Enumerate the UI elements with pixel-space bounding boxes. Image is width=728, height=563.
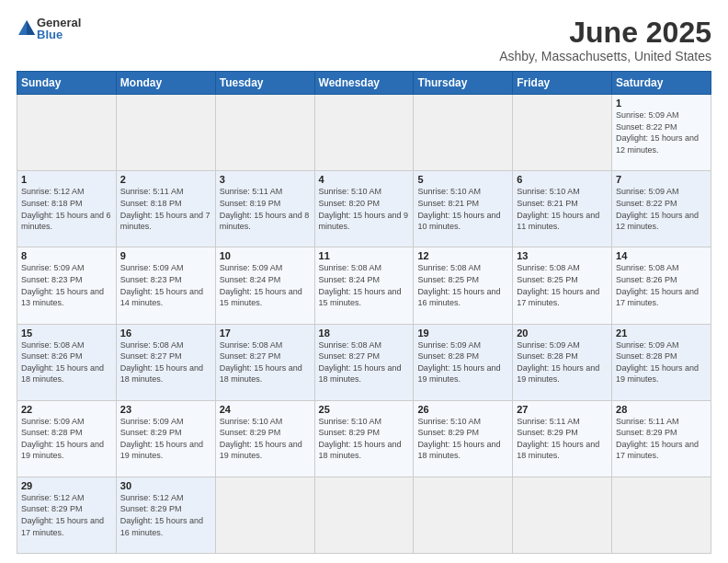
svg-marker-1	[27, 20, 35, 35]
table-row	[215, 477, 314, 553]
day-number: 4	[319, 174, 410, 185]
table-row	[116, 95, 215, 171]
logo: General Blue	[17, 17, 81, 40]
calendar-week-row: 1Sunrise: 5:12 AMSunset: 8:18 PMDaylight…	[17, 171, 711, 247]
table-row: 2Sunrise: 5:11 AMSunset: 8:18 PMDaylight…	[116, 171, 215, 247]
day-number: 30	[120, 480, 211, 491]
table-row: 28Sunrise: 5:11 AMSunset: 8:29 PMDayligh…	[612, 400, 711, 477]
day-number: 16	[120, 327, 211, 339]
calendar-week-row: 29Sunrise: 5:12 AMSunset: 8:29 PMDayligh…	[17, 477, 711, 553]
col-tuesday: Tuesday	[215, 72, 314, 95]
table-row: 12Sunrise: 5:08 AMSunset: 8:25 PMDayligh…	[414, 247, 513, 324]
day-info: Sunrise: 5:11 AMSunset: 8:19 PMDaylight:…	[220, 187, 310, 231]
day-number: 17	[220, 327, 311, 339]
calendar-week-row: 8Sunrise: 5:09 AMSunset: 8:23 PMDaylight…	[17, 247, 711, 324]
header: General Blue June 2025 Ashby, Massachuse…	[17, 17, 711, 63]
day-info: Sunrise: 5:09 AMSunset: 8:28 PMDaylight:…	[21, 417, 104, 461]
day-info: Sunrise: 5:08 AMSunset: 8:27 PMDaylight:…	[220, 340, 302, 385]
day-number: 12	[417, 250, 508, 261]
table-row: 15Sunrise: 5:08 AMSunset: 8:26 PMDayligh…	[17, 324, 117, 400]
table-row: 16Sunrise: 5:08 AMSunset: 8:27 PMDayligh…	[116, 324, 215, 400]
logo-icon	[17, 18, 37, 39]
day-info: Sunrise: 5:09 AMSunset: 8:28 PMDaylight:…	[417, 340, 500, 385]
day-number: 3	[220, 174, 311, 185]
table-row: 18Sunrise: 5:08 AMSunset: 8:27 PMDayligh…	[314, 324, 414, 400]
table-row: 1Sunrise: 5:09 AMSunset: 8:22 PMDaylight…	[612, 95, 711, 171]
day-info: Sunrise: 5:08 AMSunset: 8:26 PMDaylight:…	[616, 263, 699, 307]
month-title: June 2025	[499, 17, 711, 49]
calendar-week-row: 15Sunrise: 5:08 AMSunset: 8:26 PMDayligh…	[17, 324, 711, 400]
day-number: 20	[517, 327, 608, 339]
table-row	[215, 95, 314, 171]
day-number: 8	[21, 250, 112, 261]
table-row: 14Sunrise: 5:08 AMSunset: 8:26 PMDayligh…	[612, 247, 711, 324]
day-info: Sunrise: 5:10 AMSunset: 8:29 PMDaylight:…	[417, 417, 500, 461]
table-row	[513, 477, 612, 553]
day-number: 25	[319, 404, 410, 415]
table-row: 9Sunrise: 5:09 AMSunset: 8:23 PMDaylight…	[116, 247, 215, 324]
day-info: Sunrise: 5:08 AMSunset: 8:27 PMDaylight:…	[120, 340, 203, 385]
day-number: 13	[517, 250, 608, 261]
day-info: Sunrise: 5:09 AMSunset: 8:28 PMDaylight:…	[517, 340, 599, 385]
table-row: 29Sunrise: 5:12 AMSunset: 8:29 PMDayligh…	[17, 477, 117, 553]
col-friday: Friday	[513, 72, 612, 95]
day-number: 24	[220, 404, 311, 415]
table-row: 20Sunrise: 5:09 AMSunset: 8:28 PMDayligh…	[513, 324, 612, 400]
day-number: 1	[21, 174, 112, 185]
table-row: 1Sunrise: 5:12 AMSunset: 8:18 PMDaylight…	[17, 171, 117, 247]
day-info: Sunrise: 5:12 AMSunset: 8:29 PMDaylight:…	[120, 493, 203, 537]
table-row: 23Sunrise: 5:09 AMSunset: 8:29 PMDayligh…	[116, 400, 215, 477]
day-number: 23	[120, 404, 211, 415]
calendar-week-row: 22Sunrise: 5:09 AMSunset: 8:28 PMDayligh…	[17, 400, 711, 477]
day-info: Sunrise: 5:10 AMSunset: 8:20 PMDaylight:…	[319, 187, 409, 231]
table-row: 5Sunrise: 5:10 AMSunset: 8:21 PMDaylight…	[414, 171, 513, 247]
day-info: Sunrise: 5:10 AMSunset: 8:29 PMDaylight:…	[319, 417, 402, 461]
table-row: 30Sunrise: 5:12 AMSunset: 8:29 PMDayligh…	[116, 477, 215, 553]
day-number: 18	[319, 327, 410, 339]
table-row: 17Sunrise: 5:08 AMSunset: 8:27 PMDayligh…	[215, 324, 314, 400]
day-info: Sunrise: 5:09 AMSunset: 8:24 PMDaylight:…	[220, 263, 302, 307]
day-info: Sunrise: 5:08 AMSunset: 8:25 PMDaylight:…	[417, 263, 500, 307]
location: Ashby, Massachusetts, United States	[499, 49, 711, 63]
col-monday: Monday	[116, 72, 215, 95]
table-row: 4Sunrise: 5:10 AMSunset: 8:20 PMDaylight…	[314, 171, 414, 247]
day-info: Sunrise: 5:10 AMSunset: 8:21 PMDaylight:…	[417, 187, 500, 231]
table-row: 3Sunrise: 5:11 AMSunset: 8:19 PMDaylight…	[215, 171, 314, 247]
calendar-week-row: 1Sunrise: 5:09 AMSunset: 8:22 PMDaylight…	[17, 95, 711, 171]
title-block: June 2025 Ashby, Massachusetts, United S…	[499, 17, 711, 63]
col-saturday: Saturday	[612, 72, 711, 95]
day-number: 7	[616, 174, 707, 185]
table-row: 10Sunrise: 5:09 AMSunset: 8:24 PMDayligh…	[215, 247, 314, 324]
table-row: 27Sunrise: 5:11 AMSunset: 8:29 PMDayligh…	[513, 400, 612, 477]
table-row: 26Sunrise: 5:10 AMSunset: 8:29 PMDayligh…	[414, 400, 513, 477]
table-row	[414, 477, 513, 553]
day-number: 15	[21, 327, 112, 339]
table-row	[513, 95, 612, 171]
table-row	[414, 95, 513, 171]
table-row: 11Sunrise: 5:08 AMSunset: 8:24 PMDayligh…	[314, 247, 414, 324]
day-info: Sunrise: 5:09 AMSunset: 8:22 PMDaylight:…	[616, 110, 699, 155]
day-info: Sunrise: 5:09 AMSunset: 8:29 PMDaylight:…	[120, 417, 203, 461]
day-number: 11	[319, 250, 410, 261]
day-info: Sunrise: 5:08 AMSunset: 8:27 PMDaylight:…	[319, 340, 402, 385]
logo-blue: Blue	[37, 29, 81, 40]
day-info: Sunrise: 5:11 AMSunset: 8:29 PMDaylight:…	[517, 417, 599, 461]
day-number: 2	[120, 174, 211, 185]
table-row: 6Sunrise: 5:10 AMSunset: 8:21 PMDaylight…	[513, 171, 612, 247]
table-row: 13Sunrise: 5:08 AMSunset: 8:25 PMDayligh…	[513, 247, 612, 324]
day-info: Sunrise: 5:12 AMSunset: 8:18 PMDaylight:…	[21, 187, 111, 231]
table-row	[314, 477, 414, 553]
day-number: 10	[220, 250, 311, 261]
day-info: Sunrise: 5:09 AMSunset: 8:23 PMDaylight:…	[120, 263, 203, 307]
table-row	[612, 477, 711, 553]
day-number: 5	[417, 174, 508, 185]
day-number: 19	[417, 327, 508, 339]
table-row: 24Sunrise: 5:10 AMSunset: 8:29 PMDayligh…	[215, 400, 314, 477]
day-number: 29	[21, 480, 112, 491]
table-row	[17, 95, 117, 171]
day-number: 26	[417, 404, 508, 415]
day-number: 28	[616, 404, 707, 415]
calendar-header-row: Sunday Monday Tuesday Wednesday Thursday…	[17, 72, 711, 95]
day-info: Sunrise: 5:08 AMSunset: 8:24 PMDaylight:…	[319, 263, 402, 307]
col-sunday: Sunday	[17, 72, 117, 95]
